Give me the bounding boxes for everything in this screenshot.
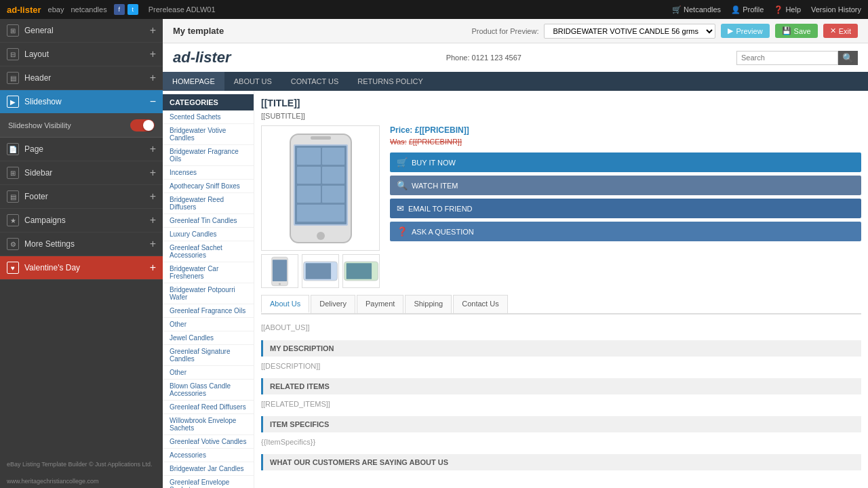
store-nav: HOMEPAGE ABOUT US CONTACT US RETURNS POL… [163, 72, 868, 91]
store-content: CATEGORIES Scented Sachets Bridgewater V… [163, 91, 868, 488]
netcandles-topbar-link[interactable]: netcandles [71, 5, 106, 14]
template-controls: Product for Preview: BRIDGEWATER VOTIVE … [471, 24, 858, 39]
toggle-thumb [143, 120, 154, 131]
email-icon: ✉ [397, 203, 404, 214]
footer-url: www.heritagechristiancollege.com [0, 474, 163, 488]
cat-other-2[interactable]: Other [163, 366, 254, 380]
sidebar-icon: ⊞ [7, 167, 19, 179]
categories-header: CATEGORIES [163, 94, 254, 110]
cat-greenleaf-sachet-acc[interactable]: Greenleaf Sachet Accessories [163, 241, 254, 262]
thumbnail-3[interactable] [342, 254, 380, 288]
sidebar-item-campaigns[interactable]: ★ Campaigns + [0, 209, 163, 232]
search-button[interactable]: 🔍 [838, 51, 858, 65]
facebook-icon[interactable]: f [114, 4, 125, 15]
slideshow-visibility-label: Slideshow Visibility [8, 121, 71, 129]
store-search: 🔍 [736, 51, 858, 65]
cat-greenleaf-signature[interactable]: Greenleaf Signature Candles [163, 345, 254, 366]
product-area: [[TITLE]] [[SUBTITLE]] [254, 91, 868, 488]
categories-panel: CATEGORIES Scented Sachets Bridgewater V… [163, 91, 254, 488]
nav-homepage[interactable]: HOMEPAGE [163, 72, 224, 91]
cat-blown-glass[interactable]: Blown Glass Candle Accessories [163, 380, 254, 401]
question-icon: ❓ [397, 226, 408, 237]
cat-accessories[interactable]: Accessories [163, 449, 254, 462]
cat-bw-jar[interactable]: Bridgewater Jar Candles [163, 462, 254, 476]
cat-apothecary[interactable]: Apothecary Sniff Boxes [163, 180, 254, 193]
footer-icon: ▤ [7, 190, 19, 203]
preview-button[interactable]: ▶ Preview [721, 24, 769, 38]
cat-bw-car-fresheners[interactable]: Bridgewater Car Fresheners [163, 262, 254, 283]
cat-greenleaf-envelope[interactable]: Greenleaf Envelope Sachets [163, 476, 254, 488]
topbar-profile[interactable]: 👤 Profile [731, 5, 764, 14]
cat-bw-fragrance-oils[interactable]: Bridgewater Fragrance Oils [163, 145, 254, 166]
product-title: [[TITLE]] [261, 98, 861, 108]
nav-contact-us[interactable]: CONTACT US [281, 72, 349, 91]
customers-header: WHAT OUR CUSTOMERS ARE SAYING ABOUT US [261, 454, 861, 470]
toggle-track[interactable] [130, 119, 155, 131]
sidebar-item-header[interactable]: ▤ Header + [0, 66, 163, 90]
sidebar-item-more-settings[interactable]: ⚙ More Settings + [0, 232, 163, 256]
tab-delivery[interactable]: Delivery [311, 295, 355, 313]
ebay-link[interactable]: ebay [48, 5, 64, 14]
sidebar-item-general[interactable]: ⊞ General + [0, 19, 163, 43]
tab-payment[interactable]: Payment [357, 295, 403, 313]
exit-button[interactable]: ✕ Exit [823, 24, 858, 38]
save-button[interactable]: 💾 Save [775, 24, 818, 38]
thumbnail-2[interactable] [302, 254, 339, 288]
expand-sidebar-icon: + [150, 167, 156, 179]
sidebar-item-footer[interactable]: ▤ Footer + [0, 185, 163, 209]
cat-jewel-candles[interactable]: Jewel Candles [163, 331, 254, 345]
price-was: Was: £[[PRICEBINR]] [390, 138, 861, 146]
cat-other-1[interactable]: Other [163, 318, 254, 331]
cat-bw-reed-diffusers[interactable]: Bridgewater Reed Diffusers [163, 193, 254, 214]
svg-point-14 [279, 283, 281, 285]
cat-greenleaf-fragrance[interactable]: Greenleaf Fragrance Oils [163, 304, 254, 318]
thumbnail-1[interactable] [261, 254, 298, 288]
preview-icon: ▶ [728, 26, 733, 35]
topbar-version-history[interactable]: Version History [811, 5, 861, 14]
product-images [261, 125, 380, 288]
tab-content-about-us: [[ABOUT_US]] [261, 320, 861, 335]
expand-page-icon: + [150, 143, 156, 155]
sidebar-item-slideshow[interactable]: ▶ Slideshow − [0, 90, 163, 114]
tab-contact-us[interactable]: Contact Us [453, 295, 507, 313]
sidebar-item-layout[interactable]: ⊟ Layout + [0, 43, 163, 66]
sidebar-item-valentines-day[interactable]: ♥ Valentine's Day + [0, 256, 163, 280]
topbar-nav: 🛒 Netcandles 👤 Profile ❓ Help Version Hi… [672, 5, 861, 14]
cat-bw-potpourri[interactable]: Bridgewater Potpourri Wafer [163, 283, 254, 304]
tab-shipping[interactable]: Shipping [405, 295, 452, 313]
cat-greenleaf-reed[interactable]: Greenleaf Reed Diffusers [163, 401, 254, 414]
product-dropdown[interactable]: BRIDGEWATER VOTIVE CANDLE 56 grms [544, 24, 715, 39]
description-placeholder: [[DESCRIPTION]] [261, 362, 320, 370]
main-product-image [261, 125, 380, 251]
email-to-friend-button[interactable]: ✉ EMAIL TO FRIEND [390, 199, 861, 218]
search-input[interactable] [736, 51, 838, 65]
nav-about-us[interactable]: ABOUT US [224, 72, 281, 91]
related-items-header: RELATED ITEMS [261, 378, 861, 394]
watch-item-button[interactable]: 🔍 WATCH ITEM [390, 176, 861, 195]
cat-scented-sachets[interactable]: Scented Sachets [163, 110, 254, 124]
topbar-netcandles[interactable]: 🛒 Netcandles [672, 5, 721, 14]
svg-point-2 [317, 232, 325, 240]
store-header: ad-lister Phone: 0121 123 4567 🔍 [163, 43, 868, 72]
buy-it-now-button[interactable]: 🛒 BUY IT NOW [390, 152, 861, 172]
cat-luxury-candles[interactable]: Luxury Candles [163, 228, 254, 241]
item-specifics-content: {{ItemSpecifics}} [261, 435, 861, 449]
cat-bw-votive[interactable]: Bridgewater Votive Candles [163, 124, 254, 145]
cat-greenleaf-tin[interactable]: Greenleaf Tin Candles [163, 214, 254, 228]
sidebar-item-page[interactable]: 📄 Page + [0, 138, 163, 161]
tab-about-us[interactable]: About Us [261, 295, 309, 313]
expand-footer-icon: + [150, 190, 156, 203]
sidebar-item-sidebar[interactable]: ⊞ Sidebar + [0, 161, 163, 185]
twitter-icon[interactable]: t [127, 4, 138, 15]
store-logo: ad-lister [173, 49, 231, 66]
svg-rect-6 [322, 148, 344, 165]
slideshow-toggle[interactable] [130, 119, 155, 131]
cat-greenleaf-votive[interactable]: Greenleaf Votive Candles [163, 435, 254, 449]
topbar-help[interactable]: ❓ Help [774, 5, 801, 14]
nav-returns-policy[interactable]: RETURNS POLICY [348, 72, 433, 91]
cat-willowbrook-envelope[interactable]: Willowbrook Envelope Sachets [163, 414, 254, 435]
product-tabs: About Us Delivery Payment Shipping Conta… [261, 295, 861, 314]
cat-incenses[interactable]: Incenses [163, 166, 254, 180]
header-icon: ▤ [7, 72, 19, 84]
ask-a-question-button[interactable]: ❓ ASK A QUESTION [390, 222, 861, 241]
